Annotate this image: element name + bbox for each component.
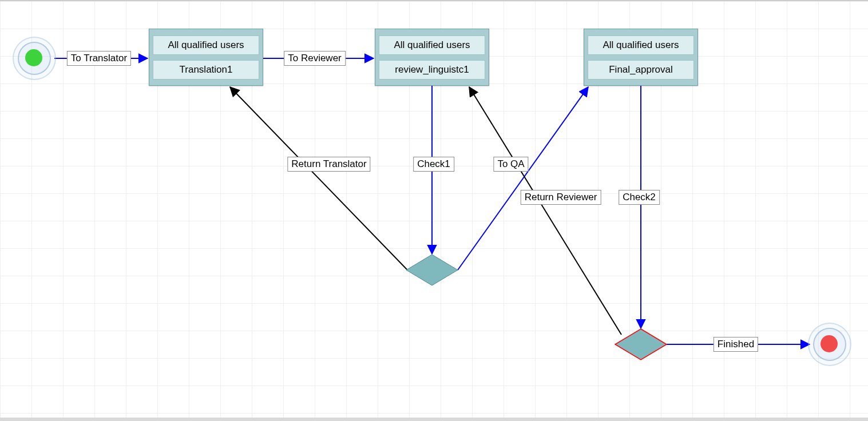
edge-label-check2[interactable]: Check2 <box>619 190 660 205</box>
edge-label-to-translator[interactable]: To Translator <box>67 51 131 66</box>
edge-label-check1[interactable]: Check1 <box>413 157 454 172</box>
edge-label-return-translator[interactable]: Return Translator <box>287 157 370 172</box>
edge-label-finished[interactable]: Finished <box>714 337 758 352</box>
task-header: All qualified users <box>588 35 694 55</box>
end-node[interactable] <box>808 323 851 366</box>
task-header: All qualified users <box>153 35 259 55</box>
edge-return-translator[interactable] <box>230 87 407 270</box>
task-name: Final_approval <box>588 60 694 80</box>
edge-return-reviewer[interactable] <box>469 87 621 335</box>
edge-label-to-qa[interactable]: To QA <box>493 157 528 172</box>
task-review[interactable]: All qualified users review_linguistc1 <box>375 29 489 86</box>
workflow-canvas[interactable]: All qualified users Translation1 All qua… <box>0 0 868 421</box>
decision-check1[interactable] <box>406 255 458 285</box>
task-approval[interactable]: All qualified users Final_approval <box>584 29 698 86</box>
canvas-bottom-border <box>0 418 868 421</box>
task-name: review_linguistc1 <box>379 60 485 80</box>
decision-check2[interactable] <box>615 329 667 360</box>
edge-label-to-reviewer[interactable]: To Reviewer <box>284 51 346 66</box>
task-name: Translation1 <box>153 60 259 80</box>
edge-label-return-reviewer[interactable]: Return Reviewer <box>521 190 601 205</box>
edge-to-qa[interactable] <box>458 87 588 270</box>
start-node[interactable] <box>13 37 56 80</box>
task-translation[interactable]: All qualified users Translation1 <box>149 29 263 86</box>
task-header: All qualified users <box>379 35 485 55</box>
